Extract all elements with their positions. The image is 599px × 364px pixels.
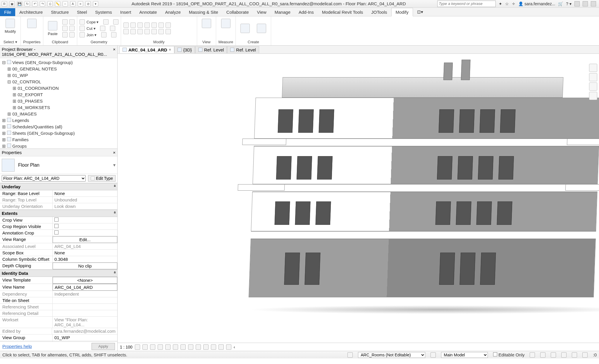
tree-node[interactable]: ⊟ 02_CONTROL — [2, 79, 116, 85]
measure-button[interactable] — [218, 18, 233, 29]
visual-style-icon[interactable] — [142, 344, 148, 350]
tab-annotate[interactable]: Annotate — [135, 8, 161, 16]
save-icon[interactable]: 💾 — [17, 1, 22, 6]
prop-row[interactable]: Underlay OrientationLook down — [0, 203, 117, 210]
prop-value[interactable]: None — [53, 190, 117, 196]
move-icon[interactable] — [123, 23, 129, 28]
prop-row[interactable]: Depth ClippingNo clip — [0, 263, 117, 270]
tree-category[interactable]: ⊞Families — [2, 137, 116, 143]
drag-elements-icon[interactable] — [572, 352, 577, 358]
prop-row[interactable]: Range: Base LevelNone — [0, 190, 117, 197]
print-icon[interactable]: ⎙ — [47, 1, 53, 6]
project-browser[interactable]: ⊟Views (GEN_Group-Subgroup) ⊞ 00_GENERAL… — [0, 58, 117, 149]
workset-icon[interactable] — [347, 352, 353, 358]
view-button[interactable] — [199, 18, 214, 29]
tab-architecture[interactable]: Architecture — [15, 8, 47, 16]
cut-icon[interactable] — [62, 19, 68, 25]
properties-title[interactable]: Properties × — [0, 149, 117, 156]
highlight-displacement-icon[interactable] — [226, 344, 231, 350]
tab-analyze[interactable]: Analyze — [161, 8, 185, 16]
rendering-icon[interactable] — [165, 344, 171, 350]
select-face-icon[interactable] — [561, 352, 567, 358]
crop-region-icon[interactable] — [180, 344, 186, 350]
prop-row[interactable]: Crop Region Visible — [0, 223, 117, 230]
prop-row[interactable]: Referencing Sheet — [0, 304, 117, 310]
prop-row[interactable]: Annotation Crop — [0, 230, 117, 236]
create-similar-button[interactable] — [238, 23, 252, 34]
prop-value[interactable] — [53, 230, 117, 236]
design-options-icon[interactable] — [431, 352, 436, 358]
prop-row[interactable]: WorksetView "Floor Plan: ARC_04_L04... — [0, 317, 117, 328]
prop-group-header[interactable]: Extents⩍ — [0, 210, 117, 217]
mirror-draw-icon[interactable] — [137, 29, 143, 34]
prop-group-header[interactable]: Underlay⩍ — [0, 183, 117, 190]
prop-value[interactable]: Look down — [53, 203, 117, 209]
tree-node[interactable]: ⊞ 01_WIP — [2, 72, 116, 79]
wall-opening-icon[interactable] — [100, 26, 105, 31]
open-icon[interactable]: ▣ — [9, 1, 15, 6]
unpin-icon[interactable] — [159, 29, 164, 34]
thin-lines-icon[interactable]: ≡ — [78, 1, 83, 6]
prop-value[interactable]: No clip — [53, 263, 117, 269]
unhide-icon[interactable] — [188, 344, 193, 350]
shadows-icon[interactable] — [158, 344, 163, 350]
beam-join-icon[interactable] — [101, 32, 106, 37]
tree-node[interactable]: ⊞ 03_PHASES — [2, 98, 116, 104]
prop-value[interactable]: Edit... — [53, 236, 117, 243]
tree-node[interactable]: ⊞ 00_GENERAL NOTES — [2, 66, 116, 72]
trim-icon[interactable] — [113, 19, 118, 25]
prop-value[interactable]: View "Floor Plan: ARC_04_L04... — [53, 317, 117, 328]
prop-value[interactable]: sara.fernandez@modelical.com — [52, 328, 117, 334]
prop-value[interactable]: ARC_04_L04_ARD — [53, 284, 117, 291]
close-icon[interactable]: × — [113, 47, 116, 57]
home-icon[interactable] — [589, 64, 597, 72]
close-button[interactable] — [591, 1, 596, 6]
help-search-input[interactable] — [437, 1, 496, 7]
sign-in-icon[interactable]: ☆ — [505, 1, 509, 6]
pan-icon[interactable] — [589, 92, 597, 100]
tree-node[interactable]: ⊞ 03_IMAGES — [2, 111, 116, 117]
type-selector[interactable]: Floor Plan ▾ — [0, 156, 117, 174]
prop-value[interactable] — [53, 310, 117, 316]
prop-row[interactable]: Column Symbolic Offset0.3048 — [0, 256, 117, 263]
paintbrush-icon[interactable] — [62, 32, 68, 37]
tab-steel[interactable]: Steel — [73, 8, 91, 16]
prop-row[interactable]: View Group01_WIP — [0, 334, 117, 341]
tab-collaborate[interactable]: Collaborate — [222, 8, 253, 16]
paste-to-level-icon[interactable] — [69, 32, 75, 37]
pin-icon[interactable] — [152, 29, 157, 34]
comm-center-icon[interactable]: ✧ — [512, 1, 515, 6]
array-icon[interactable] — [166, 23, 171, 28]
maximize-button[interactable] — [583, 1, 588, 6]
edit-type-button[interactable]: Edit Type — [88, 175, 116, 182]
redo-icon[interactable]: ↷ — [40, 1, 45, 6]
property-table[interactable]: Underlay⩍Range: Base LevelNoneRange: Top… — [0, 183, 117, 341]
close-icon[interactable]: × — [113, 150, 116, 155]
tab-modify[interactable]: Modify — [391, 8, 413, 16]
modify-button[interactable]: Modify — [2, 18, 18, 35]
prop-row[interactable]: View Template<None> — [0, 277, 117, 284]
minimize-button[interactable] — [574, 1, 580, 6]
prop-value[interactable] — [53, 304, 117, 310]
view-tab-ref-1[interactable]: Ref. Level — [195, 46, 227, 53]
drawing-canvas[interactable] — [118, 54, 599, 343]
dimension-icon[interactable]: ↔ — [63, 1, 68, 6]
tab-view[interactable]: View — [253, 8, 271, 16]
filter-icon[interactable] — [582, 352, 588, 358]
design-option-select[interactable]: Main Model — [441, 352, 488, 358]
zoom-icon[interactable] — [589, 82, 597, 91]
scale-label[interactable]: 1 : 100 — [120, 345, 132, 349]
split-element-icon[interactable] — [103, 19, 109, 25]
prop-value[interactable]: None — [53, 250, 117, 256]
view-tab-ref-2[interactable]: Ref. Level — [227, 46, 259, 53]
offset-icon[interactable] — [159, 23, 164, 28]
prop-value[interactable] — [53, 223, 117, 230]
prop-value[interactable] — [53, 297, 117, 303]
prop-row[interactable]: Range: Top LevelUnbounded — [0, 197, 117, 203]
prop-row[interactable]: Edited bysara.fernandez@modelical.com — [0, 328, 117, 334]
tab-modelical-revit-tools[interactable]: Modelical Revit Tools — [318, 8, 367, 16]
full-nav-wheel-icon[interactable] — [589, 73, 597, 81]
prop-value[interactable]: Unbounded — [53, 197, 117, 203]
split-with-gap-icon[interactable] — [152, 23, 157, 28]
sun-path-icon[interactable] — [150, 344, 155, 350]
